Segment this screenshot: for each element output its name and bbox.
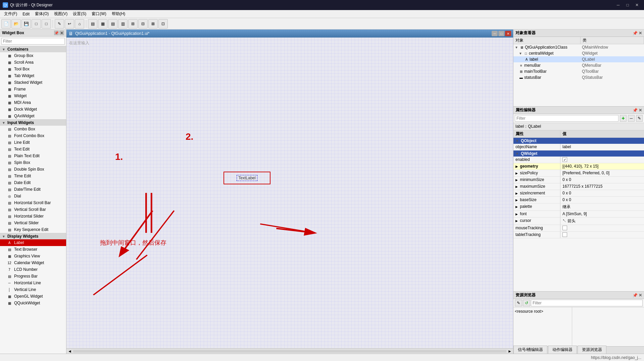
tree-row-1[interactable]: ▼ □ centralWidget QWidget: [513, 50, 644, 56]
widget-item-graphicsview[interactable]: ▦ Graphics View: [0, 253, 66, 259]
widget-item-plaintextedit[interactable]: ▤ Plain Text Edit: [0, 153, 66, 159]
prop-row-sizepolicy[interactable]: ▶ sizePolicy [Preferred, Preferred, 0, 0…: [513, 170, 644, 177]
widget-item-spinbox[interactable]: ▤ Spin Box: [0, 159, 66, 166]
prop-row-basesize[interactable]: ▶ baseSize 0 x 0: [513, 197, 644, 203]
widget-item-keyseqedit[interactable]: ▤ Key Sequence Edit: [0, 226, 66, 233]
widget-item-dockwidget[interactable]: ▦ Dock Widget: [0, 106, 66, 113]
minsize-expand[interactable]: ▶: [515, 178, 518, 182]
widget-item-textedit[interactable]: ▤ Text Edit: [0, 146, 66, 153]
tree-row-3[interactable]: ≡ menuBar QMenuBar: [513, 62, 644, 68]
h-scrollbar[interactable]: ◄ ►: [66, 348, 513, 354]
toolbar-layout4[interactable]: ▥: [118, 19, 128, 28]
toolbar-btn6[interactable]: ✎: [55, 19, 64, 28]
widget-item-tabwidget[interactable]: ▦ Tab Widget: [0, 72, 66, 79]
res-refresh-btn[interactable]: ↺: [523, 300, 530, 306]
toolbar-layout3[interactable]: ▤: [108, 19, 117, 28]
prop-section-qobject[interactable]: ▼ QObject: [513, 138, 644, 144]
tab-signal-slot[interactable]: 信号/槽编辑器: [513, 346, 547, 354]
toolbar-layout8[interactable]: ⊡: [158, 19, 168, 28]
widget-item-hline[interactable]: ─ Horizontal Line: [0, 280, 66, 286]
tab-action-editor[interactable]: 动作编辑器: [548, 346, 577, 354]
tree-row-0[interactable]: ▼ 🖥 QtGuiApplication1Class QMainWindow: [513, 44, 644, 50]
widget-item-lineedit[interactable]: ▤ Line Edit: [0, 139, 66, 146]
prop-row-mousetracking[interactable]: mouseTracking: [513, 225, 644, 232]
prop-row-sizeincr[interactable]: ▶ sizeIncrement 0 x 0: [513, 190, 644, 197]
prop-val-enabled[interactable]: [560, 157, 644, 163]
enabled-checkbox[interactable]: [562, 157, 567, 162]
widget-item-combobox[interactable]: ▤ Combo Box: [0, 126, 66, 132]
toolbar-layout5[interactable]: ⊞: [128, 19, 138, 28]
prop-row-minsize[interactable]: ▶ minimumSize 0 x 0: [513, 177, 644, 183]
prop-val-basesize[interactable]: 0 x 0: [560, 197, 644, 203]
toolbar-save[interactable]: 💾: [21, 19, 31, 28]
prop-val-tablettracking[interactable]: [560, 232, 644, 238]
close-icon-pe[interactable]: ✕: [639, 108, 642, 113]
prop-row-geometry[interactable]: ▶ geometry [(440, 410), 72 x 15]: [513, 163, 644, 170]
toolbar-btn8[interactable]: ⌂: [75, 19, 84, 28]
widget-item-scrollarea[interactable]: ▦ Scroll Area: [0, 59, 66, 66]
pin-icon-pe[interactable]: 📌: [633, 108, 638, 113]
menu-view[interactable]: 视图(V): [51, 10, 70, 17]
menu-window[interactable]: 窗口(W): [89, 10, 109, 17]
form-minimize-button[interactable]: ─: [492, 31, 498, 36]
expand-1[interactable]: ▼: [519, 52, 522, 55]
widget-item-datetimeedit[interactable]: ▤ Date/Time Edit: [0, 186, 66, 193]
maxsize-expand[interactable]: ▶: [515, 185, 518, 188]
widget-item-qquickwidget[interactable]: ▦ QQuickWidget: [0, 300, 66, 306]
prop-val-maxsize[interactable]: 16777215 x 16777215: [560, 183, 644, 190]
res-root-row[interactable]: <resource root>: [515, 309, 571, 314]
toolbar-new[interactable]: 📄: [1, 19, 11, 28]
close-icon-oi[interactable]: ✕: [639, 31, 642, 36]
prop-add-btn[interactable]: +: [620, 115, 627, 122]
widget-item-dateedit[interactable]: ▤ Date Edit: [0, 179, 66, 186]
menu-edit[interactable]: Edit: [20, 11, 32, 17]
prop-row-enabled[interactable]: enabled: [513, 157, 644, 163]
widget-item-calendarwidget[interactable]: 12 Calendar Widget: [0, 259, 66, 266]
widget-box-close[interactable]: ✕: [59, 31, 64, 35]
prop-val-mousetracking[interactable]: [560, 225, 644, 231]
prop-row-tablettracking[interactable]: tabletTracking: [513, 232, 644, 238]
mousetracking-checkbox[interactable]: [562, 226, 567, 230]
widget-item-doublespinbox[interactable]: ▤ Double Spin Box: [0, 166, 66, 173]
minimize-button[interactable]: ─: [614, 2, 623, 8]
menu-settings[interactable]: 设置(S): [70, 10, 89, 17]
tablettracking-checkbox[interactable]: [562, 232, 567, 237]
expand-0[interactable]: ▼: [515, 46, 518, 49]
geometry-expand[interactable]: ▶: [515, 165, 518, 168]
toolbar-open[interactable]: 📂: [11, 19, 21, 28]
menu-file[interactable]: 文件(F): [1, 10, 20, 17]
widget-item-hslider[interactable]: ▤ Horizontal Slider: [0, 213, 66, 220]
widget-item-vscrollbar[interactable]: ▤ Vertical Scroll Bar: [0, 206, 66, 213]
prop-val-font[interactable]: A [SimSun, 9]: [560, 211, 644, 217]
prop-val-sizeincr[interactable]: 0 x 0: [560, 190, 644, 196]
sizeincr-expand[interactable]: ▶: [515, 192, 518, 195]
widget-item-timeedit[interactable]: ▤ Time Edit: [0, 173, 66, 179]
scroll-track[interactable]: [73, 350, 506, 353]
prop-row-cursor[interactable]: ▶ cursor ↖ 箭头: [513, 218, 644, 225]
widget-item-hscrollbar[interactable]: ▤ Horizontal Scroll Bar: [0, 199, 66, 206]
scroll-left[interactable]: ◄: [66, 349, 73, 354]
widget-item-qaxwidget[interactable]: ▦ QAxWidget: [0, 113, 66, 119]
toolbar-btn5[interactable]: □: [42, 19, 51, 28]
widget-box-pin[interactable]: 📌: [54, 31, 59, 35]
tab-resource-browser[interactable]: 资源浏览器: [578, 346, 606, 354]
prop-row-objectname[interactable]: objectName label: [513, 144, 644, 151]
prop-val-palette[interactable]: 继承: [560, 203, 644, 210]
widget-item-toolbox[interactable]: ▦ Tool Box: [0, 66, 66, 72]
basesize-expand[interactable]: ▶: [515, 198, 518, 202]
prop-val-minsize[interactable]: 0 x 0: [560, 177, 644, 183]
res-filter-input[interactable]: [531, 300, 643, 306]
tree-row-2[interactable]: A label QLabel: [513, 56, 644, 62]
widget-item-vline[interactable]: │ Vertical Line: [0, 286, 66, 293]
prop-val-cursor[interactable]: ↖ 箭头: [560, 218, 644, 225]
menu-form[interactable]: 窗体(O): [32, 10, 51, 17]
tree-row-5[interactable]: ▬ statusBar QStatusBar: [513, 74, 644, 80]
widget-item-mdiarea[interactable]: ▦ MDI Area: [0, 99, 66, 106]
prop-val-sizepolicy[interactable]: [Preferred, Preferred, 0, 0]: [560, 170, 644, 176]
category-containers[interactable]: ▼ Containers: [0, 46, 66, 52]
tree-row-4[interactable]: ⊞ mainToolBar QToolBar: [513, 68, 644, 74]
pin-icon[interactable]: 📌: [633, 31, 638, 36]
prop-val-objectname[interactable]: label: [560, 144, 644, 150]
widget-filter-input[interactable]: [1, 38, 65, 45]
prop-remove-btn[interactable]: ─: [628, 115, 635, 122]
